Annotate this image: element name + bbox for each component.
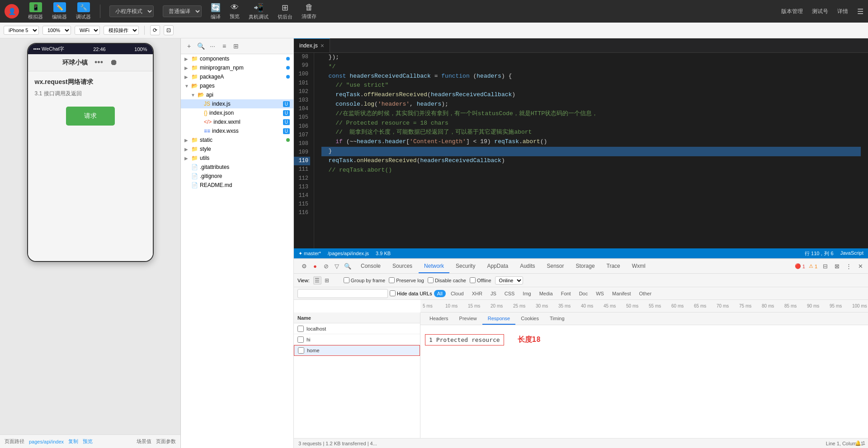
filter-tag-doc[interactable]: Doc [576,290,591,297]
tree-item-gitattributes[interactable]: 📄 .gitattributes [181,163,293,172]
filter-tag-media[interactable]: Media [536,290,556,297]
tree-item-style[interactable]: ▶ 📁 style [181,145,293,154]
dots-icon[interactable]: ••• [94,58,103,67]
fullscreen-icon[interactable]: ⊠ [833,262,841,271]
network-select[interactable]: WiFi [75,26,100,35]
disable-cache-input[interactable] [428,277,434,283]
code-content[interactable]: }); */ const headersReceivedCallback = f… [314,53,868,248]
real-device-btn[interactable]: 📲 真机调试 [249,3,269,20]
preserve-log-checkbox[interactable]: Preserve log [389,277,424,283]
offline-input[interactable] [470,277,476,283]
resp-tab-cookies[interactable]: Cookies [515,313,544,325]
group-frame-input[interactable] [344,277,349,283]
close-devtools-icon[interactable]: ✕ [856,262,864,271]
value-label[interactable]: 场景值 [137,438,151,445]
mode-select[interactable]: 小程序模式 [109,5,154,17]
req-checkbox[interactable] [297,336,304,343]
tab-security[interactable]: Security [450,259,481,273]
tree-item-pages[interactable]: ▼ 📂 pages [181,81,293,90]
req-checkbox[interactable] [298,347,304,354]
resp-tab-preview[interactable]: Preview [454,313,482,325]
tab-audits[interactable]: Audits [514,259,540,273]
search-icon[interactable]: 🔍 [344,262,352,271]
filter-tag-img[interactable]: Img [519,290,534,297]
list-view-icon[interactable]: ☰ [313,276,321,285]
simulator-btn[interactable]: 📱 模拟器 [28,2,43,20]
filter-tag-manifest[interactable]: Manifest [609,290,634,297]
compile-select[interactable]: 普通编译 [163,5,202,17]
compile-btn[interactable]: 🔄 编译 [211,3,221,20]
req-item-home[interactable]: home [294,345,420,356]
zoom-select[interactable]: 100% [42,26,71,35]
more-btn[interactable]: ··· [208,42,217,51]
req-checkbox[interactable] [297,326,304,332]
filter-input[interactable] [297,289,388,298]
tree-item-index-js[interactable]: JS index.js U [181,99,293,108]
detail-label[interactable]: 详情 [837,8,848,15]
filter-icon[interactable]: ▽ [333,262,341,271]
preview-btn[interactable]: 👁 预览 [230,3,240,20]
filter-tag-ws[interactable]: WS [593,290,607,297]
group-by-frame-checkbox[interactable]: Group by frame [344,277,385,283]
preserve-log-input[interactable] [389,277,395,283]
tab-sensor[interactable]: Sensor [542,259,570,273]
tab-console[interactable]: Console [355,259,386,273]
copy-btn[interactable]: 复制 [68,438,78,445]
debugger-btn[interactable]: 🔧 调试器 [76,2,91,20]
preview-btn-bottom[interactable]: 预览 [83,438,93,445]
operation-select[interactable]: 模拟操作 [104,26,139,35]
devtools-settings-icon[interactable]: ⚙ [300,262,308,271]
tab-network[interactable]: Network [419,259,449,273]
dock-icon[interactable]: ⊟ [821,262,829,271]
tree-item-miniprogram-npm[interactable]: ▶ 📁 miniprogram_npm [181,63,293,72]
tree-item-gitignore[interactable]: 📄 .gitignore [181,172,293,181]
hide-urls-input[interactable] [390,290,396,296]
params-label[interactable]: 页面参数 [156,438,176,445]
more-devtools-icon[interactable]: ⋮ [844,262,853,271]
resp-tab-response[interactable]: Response [482,313,516,325]
tab-appdata[interactable]: AppData [481,259,514,273]
test-label[interactable]: 测试号 [812,8,828,15]
offline-checkbox[interactable]: Offline [470,277,491,283]
tree-item-readme[interactable]: 📄 README.md [181,181,293,190]
filter-tag-xhr[interactable]: XHR [469,290,486,297]
clear-btn[interactable]: 🗑 清缓存 [302,3,316,20]
record-icon[interactable]: ⏺ [110,58,118,67]
rotate-btn[interactable]: ⟳ [150,25,160,35]
hide-data-urls-checkbox[interactable]: Hide data URLs [390,290,432,296]
tab-wxml[interactable]: Wxml [627,259,651,273]
throttle-select[interactable]: Online [495,276,523,285]
filter-tag-font[interactable]: Font [558,290,574,297]
tree-item-packagea[interactable]: ▶ 📁 packageA [181,72,293,81]
tab-close-btn[interactable]: × [321,42,324,49]
request-button[interactable]: 请求 [66,107,115,126]
filter-tag-all[interactable]: All [434,290,446,297]
record-icon[interactable]: ● [311,262,319,271]
tab-index-js[interactable]: index.js × [294,38,330,52]
disable-cache-checkbox[interactable]: Disable cache [428,277,466,283]
req-item-localhost[interactable]: localhost [294,323,420,334]
tree-item-api[interactable]: ▼ 📂 api [181,90,293,99]
tree-item-index-wxss[interactable]: ≡≡ index.wxss U [181,126,293,135]
tab-storage[interactable]: Storage [571,259,600,273]
grid-view-icon[interactable]: ⊞ [323,276,331,285]
editor-btn[interactable]: ✏️ 编辑器 [52,2,67,20]
tab-trace[interactable]: Trace [601,259,626,273]
tab-sources[interactable]: Sources [387,259,418,273]
search-file-btn[interactable]: 🔍 [196,42,205,51]
tree-item-index-json[interactable]: {} index.json U [181,108,293,117]
tree-item-static[interactable]: ▶ 📁 static [181,135,293,145]
filter-tag-other[interactable]: Other [636,290,655,297]
sort-btn[interactable]: ≡ [220,42,229,51]
version-label[interactable]: 版本管理 [781,8,803,15]
capture-btn[interactable]: ⊡ [164,25,174,35]
cut-pages-btn[interactable]: ⊞ 切后台 [278,3,292,20]
tree-item-utils[interactable]: ▶ 📁 utils [181,154,293,163]
expand-btn[interactable]: ⊞ [231,42,241,51]
resp-tab-timing[interactable]: Timing [544,313,570,325]
menu-icon[interactable]: ☰ [857,7,863,16]
filter-tag-cloud[interactable]: Cloud [448,290,467,297]
resp-tab-headers[interactable]: Headers [424,313,454,325]
filter-tag-css[interactable]: CSS [501,290,518,297]
tree-item-index-wxml[interactable]: </> index.wxml U [181,117,293,126]
